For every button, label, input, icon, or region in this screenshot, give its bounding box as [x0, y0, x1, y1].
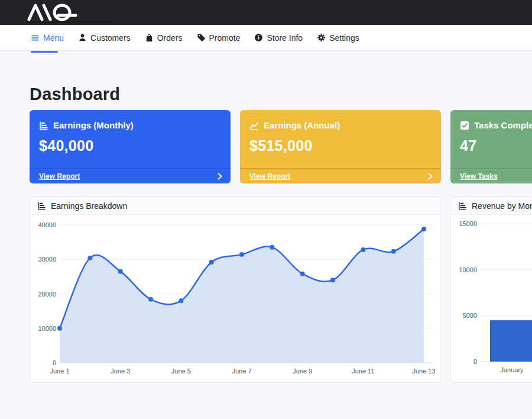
nav-item-store-info[interactable]: Store Info	[254, 33, 303, 43]
top-app-bar	[0, 0, 532, 25]
brand-logo[interactable]	[27, 4, 78, 24]
stat-card-value: $40,000	[30, 130, 231, 154]
chevron-right-icon[interactable]	[218, 173, 222, 180]
svg-text:0: 0	[473, 358, 477, 365]
chart-title: Earnings Breakdown	[51, 201, 127, 211]
stat-card-tasks-completed: Tasks Completed 47 View Tasks	[450, 110, 532, 183]
svg-text:June 5: June 5	[171, 368, 191, 375]
nav-item-label: Customers	[90, 33, 131, 43]
view-report-link[interactable]: View Report	[39, 172, 80, 181]
stat-card-earnings-monthly: Earnings (Monthly) $40,000 View Report	[30, 110, 231, 183]
nav-item-customers[interactable]: Customers	[78, 33, 131, 43]
nav-item-label: Menu	[43, 33, 64, 43]
line-chart-icon	[249, 121, 259, 130]
svg-text:January: January	[500, 366, 524, 373]
svg-text:June 9: June 9	[293, 368, 312, 375]
nav-item-label: Orders	[157, 33, 183, 43]
tag-icon	[197, 33, 206, 42]
revenue-by-month-chart: 050001000015000January	[451, 215, 532, 382]
stat-cards-row: Earnings (Monthly) $40,000 View Report E…	[30, 110, 532, 183]
svg-text:20000: 20000	[38, 291, 56, 298]
nav-item-promote[interactable]: Promote	[197, 33, 241, 43]
bar-chart-icon	[458, 201, 467, 210]
svg-text:40000: 40000	[38, 221, 56, 228]
bar-chart-icon	[37, 201, 46, 210]
stat-card-title: Tasks Completed	[474, 120, 532, 130]
earnings-breakdown-chart: 010000200003000040000June 1June 3June 5J…	[30, 215, 440, 382]
nav-item-orders[interactable]: Orders	[145, 33, 183, 43]
page-title: Dashboard	[30, 85, 532, 104]
bag-icon	[145, 33, 154, 42]
info-circle-icon	[254, 33, 263, 42]
svg-text:30000: 30000	[38, 256, 56, 263]
stat-card-earnings-annual: Earnings (Annual) $515,000 View Report	[240, 110, 441, 183]
view-report-link[interactable]: View Report	[249, 172, 290, 181]
svg-text:June 13: June 13	[412, 368, 435, 375]
nav-item-menu[interactable]: Menu	[31, 33, 64, 43]
svg-text:June 7: June 7	[232, 368, 251, 375]
stat-card-value: 47	[450, 130, 532, 154]
svg-text:10000: 10000	[38, 325, 56, 332]
nav-item-settings[interactable]: Settings	[317, 33, 359, 43]
nav-item-label: Promote	[209, 33, 241, 43]
gear-icon	[317, 33, 326, 42]
person-icon	[78, 33, 87, 42]
brand-logo-icon	[27, 4, 78, 21]
charts-row: Earnings Breakdown 010000200003000040000…	[30, 196, 532, 383]
svg-text:June 1: June 1	[50, 368, 69, 375]
chart-title: Revenue by Month	[472, 201, 532, 211]
bar-chart-icon	[39, 121, 48, 130]
nav-item-label: Store Info	[267, 33, 303, 43]
svg-text:June 11: June 11	[352, 368, 374, 375]
earnings-breakdown-card: Earnings Breakdown 010000200003000040000…	[30, 196, 440, 383]
view-tasks-link[interactable]: View Tasks	[460, 172, 498, 181]
stat-card-title: Earnings (Annual)	[264, 120, 340, 130]
stat-card-title: Earnings (Monthly)	[53, 120, 134, 130]
svg-text:5000: 5000	[463, 312, 477, 319]
revenue-by-month-card: Revenue by Month 050001000015000January	[450, 196, 532, 383]
svg-text:0: 0	[53, 359, 56, 366]
svg-text:June 3: June 3	[111, 368, 130, 375]
chevron-right-icon[interactable]	[428, 173, 433, 180]
check-square-icon	[460, 121, 469, 130]
menu-icon	[31, 34, 40, 42]
active-tab-underline	[31, 51, 58, 53]
stat-card-value: $515,000	[240, 130, 441, 154]
svg-text:10000: 10000	[459, 266, 477, 273]
nav-item-label: Settings	[329, 33, 359, 43]
main-navbar: Menu Customers Orders Promote Store Info	[0, 25, 532, 51]
svg-text:15000: 15000	[459, 220, 477, 227]
